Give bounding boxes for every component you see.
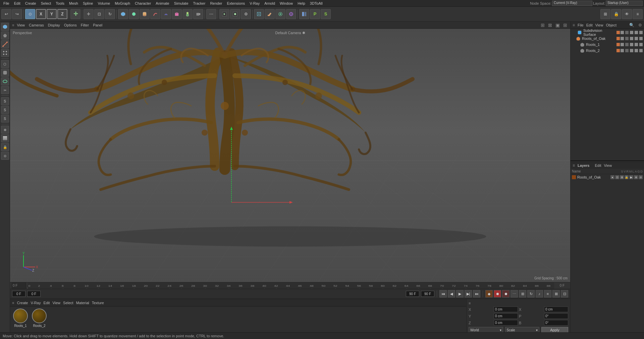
om-search-icon[interactable]: 🔍: [629, 23, 634, 27]
menu-extensions[interactable]: Extensions: [225, 1, 247, 6]
current-frame2-field[interactable]: 0 F: [27, 291, 41, 297]
sphere-button[interactable]: [129, 9, 139, 19]
mat-texture[interactable]: Texture: [92, 301, 104, 305]
rotate-tool-button[interactable]: ↻: [105, 9, 115, 19]
scale-dropdown[interactable]: Scale ▾: [505, 327, 540, 332]
eye-icon[interactable]: 👁: [622, 9, 632, 19]
render-settings-button[interactable]: ⚙: [241, 9, 251, 19]
vt-layout-icon[interactable]: ⊞: [563, 22, 567, 28]
expand-icon[interactable]: ⊞: [600, 9, 610, 19]
material-swatch-2[interactable]: Roots_2: [31, 309, 48, 328]
cube-button[interactable]: [118, 9, 128, 19]
menu-3dtoall[interactable]: 3DToAll: [308, 1, 325, 6]
add-tool-button[interactable]: ✛: [70, 9, 80, 19]
prev-frame-button[interactable]: ◀: [448, 290, 455, 297]
menu-tools[interactable]: Tools: [54, 1, 66, 6]
layer-icon-7[interactable]: ⊘: [639, 175, 643, 179]
coord-p-input[interactable]: 0°: [544, 313, 568, 319]
om-file[interactable]: File: [578, 23, 584, 27]
keyframe-button[interactable]: ◆: [485, 290, 493, 297]
lp-polygon-icon[interactable]: [1, 31, 9, 40]
camera-button[interactable]: [193, 9, 203, 19]
coord-x-input[interactable]: 0 cm: [494, 307, 518, 312]
mat-view[interactable]: View: [52, 301, 60, 305]
vt-panel[interactable]: Panel: [92, 22, 104, 28]
layer-icon-6[interactable]: ⊕: [634, 175, 638, 179]
playback-options-button[interactable]: ≡: [544, 290, 551, 297]
undo-button[interactable]: ↩: [1, 9, 11, 19]
lp-vertex-icon[interactable]: [1, 49, 9, 57]
skip-end-button[interactable]: ⏭: [473, 290, 480, 297]
menu-create[interactable]: Create: [23, 1, 38, 6]
more-button[interactable]: ⋯: [206, 9, 216, 19]
deformer-button[interactable]: [172, 9, 182, 19]
render-viewport-button[interactable]: [230, 9, 240, 19]
mat-vray[interactable]: V-Ray: [31, 301, 41, 305]
autokey-button[interactable]: ⏺: [502, 290, 509, 297]
lp-lock-icon[interactable]: 🔒: [1, 143, 9, 151]
lp-extrude-icon[interactable]: ⬡: [1, 60, 9, 68]
snap2-button[interactable]: [286, 9, 296, 19]
menu-animate[interactable]: Animate: [154, 1, 171, 6]
layer-roots-of-oak[interactable]: Roots_of_Oak ● ⊡ ⊞ 🔒 ▶ ⊕ ⊘: [571, 174, 644, 180]
material-swatch-1[interactable]: Roots_1: [12, 309, 29, 328]
lp-object-icon[interactable]: [1, 23, 9, 31]
obj-roots-1[interactable]: Roots_1: [571, 42, 644, 48]
layer-icon-2[interactable]: ⊡: [615, 175, 619, 179]
layers-view[interactable]: View: [604, 163, 612, 167]
markers-button[interactable]: ⊠: [552, 290, 560, 297]
lp-target-icon[interactable]: ⊙: [1, 152, 9, 160]
menu-edit[interactable]: Edit: [12, 1, 22, 6]
menu-simulate[interactable]: Simulate: [172, 1, 191, 6]
obj-subdivision-surface[interactable]: Subdivision Surface: [571, 29, 644, 36]
coord-x2-input[interactable]: 0 cm: [544, 307, 568, 312]
mat-material[interactable]: Material: [76, 301, 89, 305]
3d-viewport[interactable]: Perspective Default Camera ✱ Grid Spacin…: [10, 29, 570, 282]
apply-button[interactable]: Apply: [541, 327, 568, 332]
coord-y-input[interactable]: 0 cm: [494, 313, 518, 319]
node-space-select[interactable]: Current (V-Ray): [552, 1, 592, 6]
vt-fit-icon[interactable]: ▣: [555, 22, 560, 28]
mode-z-button[interactable]: Z: [57, 9, 67, 19]
preview-button[interactable]: ⊞: [519, 290, 526, 297]
loop-button[interactable]: ↻: [527, 290, 535, 297]
vt-display[interactable]: Display: [47, 22, 61, 28]
vt-menu-icon[interactable]: ≡: [12, 23, 14, 27]
soft-select-button[interactable]: [275, 9, 285, 19]
mode-y-button[interactable]: Y: [47, 9, 57, 19]
om-view[interactable]: View: [595, 23, 603, 27]
menu-tracker[interactable]: Tracker: [191, 1, 208, 6]
play-button[interactable]: ▶: [456, 290, 464, 297]
menu-file[interactable]: File: [1, 1, 11, 6]
move-tool-button[interactable]: ✛: [84, 9, 94, 19]
mat-select[interactable]: Select: [63, 301, 73, 305]
layer-icon-3[interactable]: ⊞: [620, 175, 624, 179]
lp-edge-icon[interactable]: [1, 40, 9, 48]
lp-layer2-icon[interactable]: [1, 134, 9, 142]
layers-edit[interactable]: Edit: [595, 163, 601, 167]
lp-bevel-icon[interactable]: [1, 69, 9, 77]
mat-edit[interactable]: Edit: [43, 301, 50, 305]
vt-options[interactable]: Options: [63, 22, 78, 28]
layer-icon[interactable]: ≡: [633, 9, 643, 19]
menu-window[interactable]: Window: [278, 1, 295, 6]
menu-render[interactable]: Render: [208, 1, 224, 6]
mat-menu-icon[interactable]: ≡: [12, 301, 14, 305]
vt-view[interactable]: View: [15, 22, 26, 28]
vt-filter[interactable]: Filter: [79, 22, 90, 28]
menu-help[interactable]: Help: [296, 1, 307, 6]
om-menu-icon[interactable]: ≡: [573, 23, 575, 27]
vt-lock-icon[interactable]: ⊠: [548, 22, 552, 28]
env-button[interactable]: [182, 9, 193, 19]
record-button[interactable]: ⏺: [494, 290, 501, 297]
layers-menu-icon[interactable]: ≡: [573, 163, 575, 168]
cylinder-button[interactable]: [140, 9, 150, 19]
coord-menu-icon[interactable]: ≡: [469, 301, 471, 305]
next-frame-button[interactable]: ▶|: [465, 290, 472, 297]
render-active-button[interactable]: [219, 9, 229, 19]
redo-button[interactable]: ↪: [12, 9, 22, 19]
menu-spline[interactable]: Spline: [81, 1, 95, 6]
lp-smooth-icon[interactable]: S: [1, 106, 9, 114]
mat-create[interactable]: Create: [17, 301, 28, 305]
vt-expand-icon[interactable]: ⊞: [541, 22, 545, 28]
